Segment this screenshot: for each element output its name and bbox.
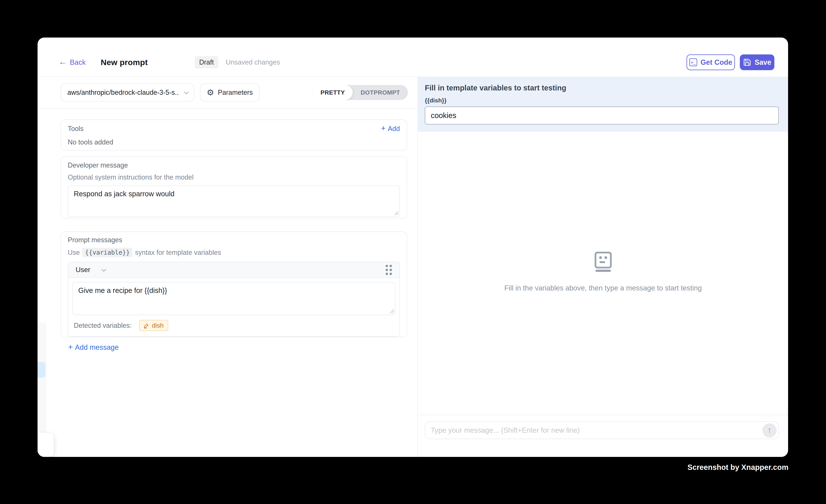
syntax-variable-chip: {{variable}} [82,248,132,257]
plus-icon: + [381,124,386,132]
background-sidebar-strip [38,322,47,433]
tools-title: Tools [68,125,83,133]
format-toggle: PRETTY DOTPROMPT [312,85,408,100]
variable-chip-label: dish [152,322,164,329]
send-arrow-icon: ↑ [767,425,772,435]
developer-message-card: Developer message Optional system instru… [61,156,407,218]
back-button[interactable]: ← Back [59,58,85,67]
add-tool-button[interactable]: + Add [381,125,400,133]
unsaved-changes-text: Unsaved changes [226,58,280,66]
empty-state-caption: Fill in the variables above, then type a… [505,284,702,292]
chat-input-container: ↑ [425,422,779,439]
variable-name-label: {{dish}} [425,97,779,104]
detected-variables-row: Detected variables: dish [74,320,394,331]
status-badge: Draft [195,56,218,68]
prompt-editor-panel: aws/anthropic/bedrock-claude-3-5-s... ⚙ … [38,77,418,457]
back-arrow-icon: ← [59,57,67,66]
editor-toolbar: aws/anthropic/bedrock-claude-3-5-s... ⚙ … [38,77,417,109]
gear-icon: ⚙ [207,88,214,97]
chevron-down-icon [101,267,106,271]
tools-card: Tools + Add No tools added [61,120,407,150]
watermark-text: Screenshot by Xnapper.com [688,463,788,471]
prompt-messages-title: Prompt messages [68,236,400,244]
message-content-textarea[interactable]: Give me a recipe for {{dish}} [72,282,395,315]
get-code-label: Get Code [701,58,732,66]
get-code-button[interactable]: >_ Get Code [687,54,735,70]
save-label: Save [755,58,771,66]
developer-message-title: Developer message [68,162,400,169]
chevron-down-icon [184,89,189,94]
plus-icon: + [68,343,73,351]
edit-pencil-icon [143,323,149,328]
test-panel: Fill in template variables to start test… [418,77,788,457]
save-icon [743,58,751,66]
robot-icon [594,251,612,272]
code-terminal-icon: >_ [689,58,697,66]
developer-message-textarea[interactable]: Respond as jack sparrow would [68,185,400,217]
header-actions: >_ Get Code Save [687,54,774,70]
parameters-button[interactable]: ⚙ Parameters [200,83,259,102]
syntax-hint-suffix: syntax for template variables [135,249,221,256]
message-header: User [68,262,400,278]
syntax-hint-prefix: Use [68,249,80,256]
template-variables-title: Fill in template variables to start test… [425,84,779,92]
page-title: New prompt [101,58,148,67]
parameters-label: Parameters [218,88,253,97]
add-message-button[interactable]: + Add message [68,343,119,352]
template-variables-section: Fill in template variables to start test… [418,77,788,132]
send-button[interactable]: ↑ [762,423,777,438]
save-button[interactable]: Save [740,54,774,70]
app-header: ← Back New prompt Draft Unsaved changes … [38,38,788,77]
model-selector[interactable]: aws/anthropic/bedrock-claude-3-5-s... [61,83,194,102]
message-block: User Give me a recipe for {{dish}} [68,262,400,337]
variable-chip-dish[interactable]: dish [139,320,168,331]
page-background: ← Back New prompt Draft Unsaved changes … [0,0,826,504]
format-toggle-dotprompt[interactable]: DOTPROMPT [353,85,408,100]
background-sidebar-card [38,433,54,457]
syntax-hint: Use {{variable}} syntax for template var… [68,248,400,257]
message-body: Give me a recipe for {{dish}} Detected v… [68,278,400,336]
app-window: ← Back New prompt Draft Unsaved changes … [38,38,788,457]
model-selector-value: aws/anthropic/bedrock-claude-3-5-s... [67,88,179,97]
prompt-messages-card: Prompt messages Use {{variable}} syntax … [61,232,407,337]
developer-message-subtitle: Optional system instructions for the mod… [68,173,400,181]
role-selector[interactable]: User [76,266,105,274]
tools-empty-text: No tools added [68,138,400,146]
back-label: Back [70,58,85,66]
chat-input-bar: ↑ [418,415,788,457]
add-tool-label: Add [388,125,400,133]
chat-message-input[interactable] [431,426,758,434]
background-sidebar-highlight [38,362,46,378]
drag-handle-icon[interactable] [386,265,392,275]
add-message-label: Add message [75,343,119,352]
variable-value-input[interactable] [425,107,779,124]
detected-variables-label: Detected variables: [74,322,132,329]
format-toggle-pretty[interactable]: PRETTY [312,85,353,100]
chat-empty-state: Fill in the variables above, then type a… [418,251,788,292]
role-value: User [76,266,90,274]
